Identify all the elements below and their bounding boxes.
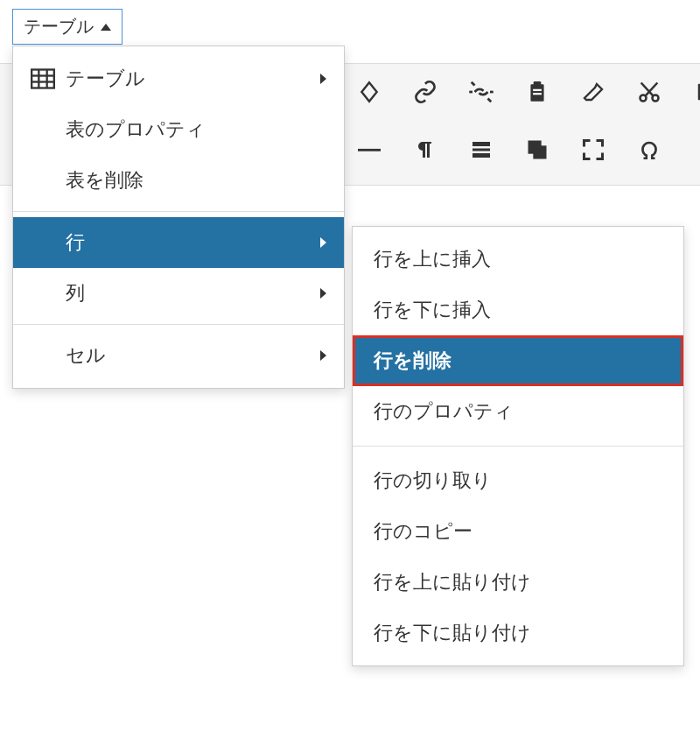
paste-icon[interactable] [523, 78, 551, 106]
box-icon[interactable] [691, 78, 700, 106]
divider-icon[interactable] [467, 136, 495, 164]
submenu-item-label: 行のコピー [374, 520, 472, 542]
submenu-item-cut-row[interactable]: 行の切り取り [353, 455, 683, 506]
diamond-icon[interactable] [355, 78, 383, 106]
omega-icon[interactable] [635, 136, 663, 164]
copy-icon[interactable] [523, 136, 551, 164]
svg-rect-12 [533, 145, 546, 158]
fullscreen-icon[interactable] [579, 136, 607, 164]
submenu-item-label: 行を下に貼り付け [374, 622, 531, 644]
svg-rect-2 [533, 89, 542, 91]
submenu-item-label: 行の切り取り [374, 469, 492, 491]
menu-item-label: 行 [66, 229, 320, 256]
svg-point-4 [640, 95, 647, 102]
minus-icon[interactable] [355, 136, 383, 164]
svg-rect-8 [472, 142, 490, 146]
menu-item-label: 列 [66, 280, 320, 306]
menu-item-delete-table[interactable]: 表を削除 [13, 155, 344, 206]
table-icon [31, 68, 66, 89]
row-submenu: 行を上に挿入 行を下に挿入 行を削除 行のプロパティ 行の切り取り 行のコピー … [352, 226, 684, 666]
paragraph-icon[interactable] [411, 136, 439, 164]
toolbar-row-1 [355, 78, 700, 106]
caret-right-icon [320, 74, 326, 84]
menu-item-label: テーブル [66, 66, 320, 92]
submenu-item-insert-row-above[interactable]: 行を上に挿入 [353, 234, 683, 285]
menu-separator [13, 211, 344, 212]
svg-rect-7 [358, 149, 381, 151]
submenu-item-label: 行を削除 [374, 349, 452, 371]
caret-right-icon [320, 237, 326, 248]
caret-up-icon [101, 24, 111, 31]
menu-item-table-properties[interactable]: 表のプロパティ [13, 104, 344, 155]
submenu-item-label: 行を上に貼り付け [374, 571, 531, 593]
submenu-item-row-properties[interactable]: 行のプロパティ [353, 386, 683, 437]
table-tab-button[interactable]: テーブル [12, 9, 122, 45]
toolbar-row-2 [355, 136, 663, 164]
cut-icon[interactable] [635, 78, 663, 106]
menu-item-cell[interactable]: セル [13, 330, 344, 381]
menu-item-row[interactable]: 行 [13, 217, 344, 268]
submenu-item-delete-row[interactable]: 行を削除 [353, 335, 683, 386]
submenu-item-insert-row-below[interactable]: 行を下に挿入 [353, 285, 683, 335]
submenu-separator [353, 446, 683, 447]
submenu-item-paste-row-above[interactable]: 行を上に貼り付け [353, 557, 683, 608]
caret-right-icon [320, 350, 326, 361]
caret-right-icon [320, 288, 326, 299]
svg-rect-9 [472, 149, 490, 151]
submenu-item-label: 行のプロパティ [374, 400, 514, 422]
submenu-item-label: 行を上に挿入 [374, 248, 491, 270]
svg-point-5 [653, 95, 659, 102]
svg-rect-1 [534, 81, 542, 86]
menu-item-label: 表のプロパティ [66, 116, 326, 143]
eraser-icon[interactable] [579, 78, 607, 106]
menu-item-label: セル [66, 342, 320, 369]
table-menu: テーブル 表のプロパティ 表を削除 行 列 セル [12, 46, 345, 389]
svg-rect-13 [32, 70, 54, 88]
menu-item-label: 表を削除 [66, 167, 326, 194]
link-icon[interactable] [411, 78, 439, 106]
menu-item-column[interactable]: 列 [13, 268, 344, 319]
submenu-item-paste-row-below[interactable]: 行を下に貼り付け [353, 608, 683, 658]
submenu-item-label: 行を下に挿入 [374, 299, 491, 320]
submenu-item-copy-row[interactable]: 行のコピー [353, 506, 683, 557]
menu-separator [13, 324, 344, 325]
svg-rect-10 [472, 153, 490, 158]
menu-item-table[interactable]: テーブル [13, 53, 344, 104]
svg-rect-3 [533, 93, 542, 95]
table-tab-label: テーブル [24, 15, 94, 39]
unlink-icon[interactable] [467, 78, 495, 106]
